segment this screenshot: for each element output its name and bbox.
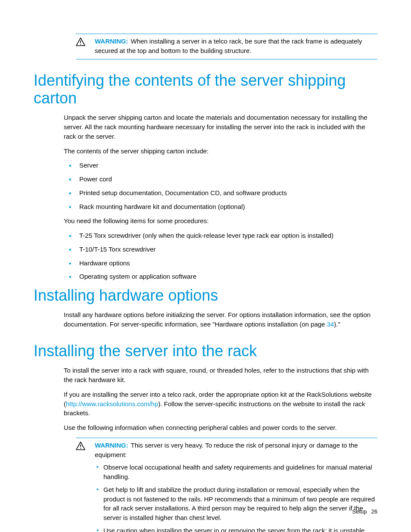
warning-inner-list: Observe local occupational health and sa… xyxy=(95,463,377,532)
warning-row: WARNING:This server is very heavy. To re… xyxy=(76,441,377,532)
warning-icon xyxy=(76,442,85,450)
section3-p2: If you are installing the server into a … xyxy=(64,390,377,418)
page-link-34[interactable]: 34 xyxy=(327,320,334,328)
list-item: Rack mounting hardware kit and documenta… xyxy=(64,202,377,212)
warning-body: WARNING:This server is very heavy. To re… xyxy=(95,441,377,532)
warning-label: WARNING: xyxy=(95,442,128,449)
warning-box-top: WARNING:When installing a server in a te… xyxy=(76,34,377,59)
page-footer: Setup26 xyxy=(352,508,377,515)
warning-label: WARNING: xyxy=(95,37,128,45)
section2-p1-a: Install any hardware options before init… xyxy=(64,311,371,328)
svg-point-1 xyxy=(80,44,81,45)
section1-list2: T-25 Torx screwdriver (only when the qui… xyxy=(64,231,377,281)
warning-icon xyxy=(76,37,85,46)
section3-body: To install the server into a rack with s… xyxy=(64,366,377,532)
list-item: Printed setup documentation, Documentati… xyxy=(64,188,377,198)
list-item: T-10/T-15 Torx screwdriver xyxy=(64,245,377,254)
footer-page: 26 xyxy=(371,508,377,515)
section2-body: Install any hardware options before init… xyxy=(64,310,377,329)
section1-list1: Server Power cord Printed setup document… xyxy=(64,161,377,211)
list-item: Hardware options xyxy=(64,258,377,268)
section2-p1-b: )." xyxy=(334,320,340,328)
warning-text: When installing a server in a telco rack… xyxy=(95,37,362,54)
list-item: Observe local occupational health and sa… xyxy=(95,463,377,482)
section1-p1: Unpack the server shipping carton and lo… xyxy=(64,113,377,141)
footer-section: Setup xyxy=(352,508,367,515)
list-item: T-25 Torx screwdriver (only when the qui… xyxy=(64,231,377,240)
list-item: Get help to lift and stabilize the produ… xyxy=(95,485,377,523)
warning-body: WARNING:When installing a server in a te… xyxy=(95,37,377,56)
section1-body: Unpack the server shipping carton and lo… xyxy=(64,113,377,281)
svg-point-3 xyxy=(80,448,81,449)
heading-installing-hardware-options: Installing hardware options xyxy=(34,286,377,304)
section2-p1: Install any hardware options before init… xyxy=(64,310,377,329)
warning-icon-col xyxy=(76,441,95,450)
heading-identifying-contents: Identifying the contents of the server s… xyxy=(34,72,377,107)
section1-p2: The contents of the server shipping cart… xyxy=(64,146,377,156)
warning-lead: This server is very heavy. To reduce the… xyxy=(95,442,358,458)
warning-icon-col xyxy=(76,37,95,46)
section1-p3: You need the following items for some pr… xyxy=(64,216,377,226)
section3-p3: Use the following information when conne… xyxy=(64,423,377,432)
list-item: Server xyxy=(64,161,377,170)
list-item: Power cord xyxy=(64,174,377,184)
heading-installing-server-rack: Installing the server into the rack xyxy=(34,342,377,360)
list-item: Operating system or application software xyxy=(64,272,377,281)
warning-row: WARNING:When installing a server in a te… xyxy=(76,37,377,56)
racksolutions-link[interactable]: http://www.racksolutions.com/hp xyxy=(66,400,158,408)
list-item: Use caution when installing the server i… xyxy=(95,526,377,532)
warning-box-bottom: WARNING:This server is very heavy. To re… xyxy=(76,438,377,532)
section3-p1: To install the server into a rack with s… xyxy=(64,366,377,385)
